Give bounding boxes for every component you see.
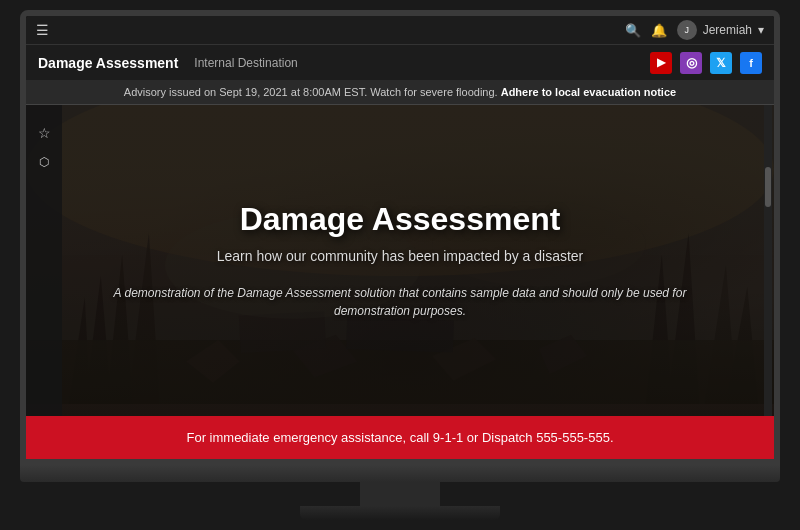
monitor-screen: ☰ 🔍 🔔 J Jeremiah ▾ Damag xyxy=(20,10,780,465)
emergency-text: For immediate emergency assistance, call… xyxy=(186,430,613,445)
app-subtitle: Internal Destination xyxy=(194,56,297,70)
share-icon[interactable]: ⬡ xyxy=(39,155,49,169)
scrollbar-thumb[interactable] xyxy=(765,167,771,207)
username-label: Jeremiah xyxy=(703,23,752,37)
hero-content: Damage Assessment Learn how our communit… xyxy=(26,105,774,416)
hamburger-icon[interactable]: ☰ xyxy=(36,22,49,38)
scrollbar[interactable] xyxy=(764,105,772,416)
search-icon[interactable]: 🔍 xyxy=(625,23,641,38)
monitor-stand-base xyxy=(300,506,500,520)
facebook-icon[interactable]: f xyxy=(740,52,762,74)
twitter-icon[interactable]: 𝕏 xyxy=(710,52,732,74)
star-icon[interactable]: ☆ xyxy=(38,125,51,141)
instagram-icon[interactable]: ◎ xyxy=(680,52,702,74)
dropdown-chevron-icon: ▾ xyxy=(758,23,764,37)
monitor-wrapper: ☰ 🔍 🔔 J Jeremiah ▾ Damag xyxy=(20,10,780,520)
hero-subtitle: Learn how our community has been impacte… xyxy=(217,248,584,264)
advisory-bold: Adhere to local evacuation notice xyxy=(501,86,676,98)
hero-title: Damage Assessment xyxy=(240,201,561,238)
sidebar-left: ☆ ⬡ xyxy=(26,105,62,416)
user-info[interactable]: J Jeremiah ▾ xyxy=(677,20,764,40)
hero-section: ☆ ⬡ Damage Assessment Learn how our comm… xyxy=(26,105,774,416)
youtube-icon[interactable]: ▶ xyxy=(650,52,672,74)
system-bar-right: 🔍 🔔 J Jeremiah ▾ xyxy=(625,20,764,40)
system-bar-left: ☰ xyxy=(36,22,49,38)
bell-icon[interactable]: 🔔 xyxy=(651,23,667,38)
avatar: J xyxy=(677,20,697,40)
advisory-banner: Advisory issued on Sept 19, 2021 at 8:00… xyxy=(26,80,774,105)
hero-demo-text: A demonstration of the Damage Assessment… xyxy=(110,284,690,320)
app-title: Damage Assessment xyxy=(38,55,178,71)
monitor-bezel-bottom xyxy=(20,465,780,483)
screen-content: ☰ 🔍 🔔 J Jeremiah ▾ Damag xyxy=(26,16,774,459)
app-header-left: Damage Assessment Internal Destination xyxy=(38,55,298,71)
social-icons: ▶ ◎ 𝕏 f xyxy=(650,52,762,74)
system-bar: ☰ 🔍 🔔 J Jeremiah ▾ xyxy=(26,16,774,44)
app-header: Damage Assessment Internal Destination ▶… xyxy=(26,44,774,80)
advisory-text: Advisory issued on Sept 19, 2021 at 8:00… xyxy=(124,86,498,98)
monitor-stand-neck xyxy=(360,482,440,506)
emergency-banner: For immediate emergency assistance, call… xyxy=(26,416,774,459)
